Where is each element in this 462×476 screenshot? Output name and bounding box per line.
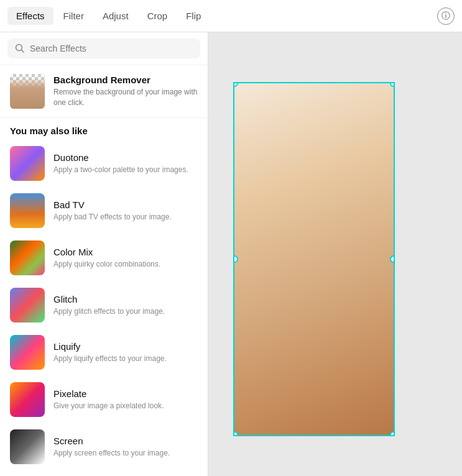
handle-middle-right[interactable]	[390, 255, 395, 263]
liquify-info: Liquify Apply liquify effects to your im…	[53, 341, 198, 364]
liquify-thumbnail	[10, 335, 45, 370]
duotone-title: Duotone	[53, 152, 198, 163]
pixelate-info: Pixelate Give your image a pixelated loo…	[53, 388, 198, 411]
screen-info: Screen Apply screen effects to your imag…	[53, 436, 198, 459]
tab-effects[interactable]: Effects	[7, 7, 53, 25]
search-bar	[0, 32, 208, 65]
duotone-info: Duotone Apply a two-color palette to you…	[53, 152, 198, 175]
tab-filter[interactable]: Filter	[55, 7, 93, 25]
screen-title: Screen	[53, 436, 198, 446]
colormix-thumbnail	[10, 240, 45, 275]
badtv-thumbnail	[10, 193, 45, 228]
effect-item-liquify[interactable]: Liquify Apply liquify effects to your im…	[0, 329, 208, 376]
badtv-title: Bad TV	[53, 199, 198, 210]
pixelate-title: Pixelate	[53, 388, 198, 399]
glitch-title: Glitch	[53, 294, 198, 304]
tab-flip[interactable]: Flip	[177, 7, 210, 25]
top-nav: Effects Filter Adjust Crop Flip ⓘ	[0, 0, 462, 32]
canvas-panel	[208, 32, 462, 476]
effect-item-screen[interactable]: Screen Apply screen effects to your imag…	[0, 423, 208, 470]
pixelate-description: Give your image a pixelated look.	[53, 401, 198, 411]
handle-bottom-right[interactable]	[390, 431, 395, 436]
effect-item-badtv[interactable]: Bad TV Apply bad TV effects to your imag…	[0, 187, 208, 234]
background-remover-info: Background Remover Remove the background…	[53, 75, 198, 108]
liquify-title: Liquify	[53, 341, 198, 352]
image-placeholder	[234, 83, 394, 435]
left-panel: Background Remover Remove the background…	[0, 32, 208, 476]
duotone-thumbnail	[10, 146, 45, 181]
glitch-thumbnail	[10, 288, 45, 323]
search-icon	[15, 43, 25, 53]
effect-item-colormix[interactable]: Color Mix Apply quirky color combination…	[0, 234, 208, 281]
liquify-description: Apply liquify effects to your image.	[53, 354, 198, 364]
search-input[interactable]	[30, 43, 193, 53]
effect-item-pixelate[interactable]: Pixelate Give your image a pixelated loo…	[0, 376, 208, 423]
screen-thumbnail	[10, 429, 45, 464]
background-remover-title: Background Remover	[53, 75, 198, 85]
search-input-wrapper[interactable]	[7, 39, 200, 58]
colormix-title: Color Mix	[53, 247, 198, 257]
effect-item-slice[interactable]: Slice Apply slice effects to your image.	[0, 470, 208, 476]
screen-description: Apply screen effects to your image.	[53, 448, 198, 459]
colormix-info: Color Mix Apply quirky color combination…	[53, 247, 198, 270]
tab-adjust[interactable]: Adjust	[94, 7, 137, 25]
duotone-description: Apply a two-color palette to your images…	[53, 165, 198, 175]
badtv-info: Bad TV Apply bad TV effects to your imag…	[53, 199, 198, 222]
badtv-description: Apply bad TV effects to your image.	[53, 212, 198, 222]
background-remover-description: Remove the background of your image with…	[53, 87, 198, 108]
tab-crop[interactable]: Crop	[139, 7, 177, 25]
colormix-description: Apply quirky color combinations.	[53, 259, 198, 270]
glitch-description: Apply glitch effects to your image.	[53, 306, 198, 317]
background-remover-item[interactable]: Background Remover Remove the background…	[0, 65, 208, 118]
section-header-you-may-also-like: You may also like	[0, 118, 208, 140]
image-container[interactable]	[233, 82, 395, 436]
glitch-info: Glitch Apply glitch effects to your imag…	[53, 294, 198, 317]
background-remover-thumbnail	[10, 74, 45, 109]
effect-item-glitch[interactable]: Glitch Apply glitch effects to your imag…	[0, 281, 208, 329]
svg-line-1	[22, 50, 24, 53]
canvas-area	[215, 51, 462, 476]
main-layout: Background Remover Remove the background…	[0, 32, 462, 476]
info-button[interactable]: ⓘ	[437, 7, 455, 25]
pixelate-thumbnail	[10, 382, 45, 417]
effect-item-duotone[interactable]: Duotone Apply a two-color palette to you…	[0, 140, 208, 187]
